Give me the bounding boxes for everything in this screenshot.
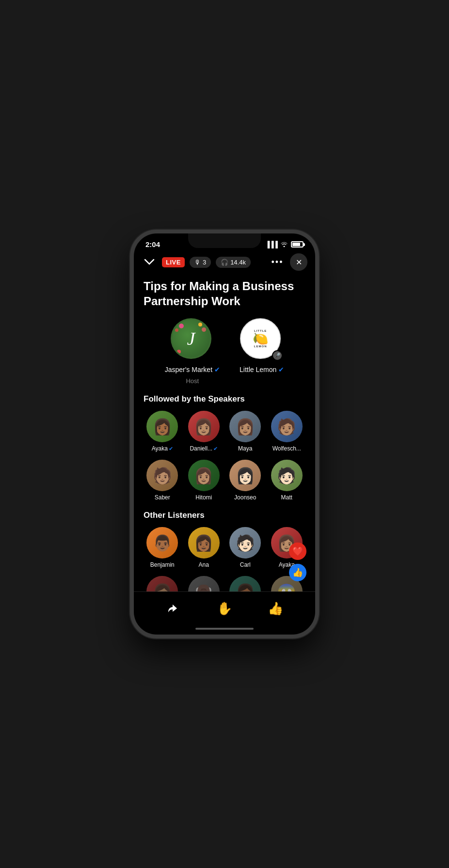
- raise-hand-button[interactable]: ✋: [214, 598, 235, 619]
- lemon-verified-icon: ✔: [278, 366, 284, 373]
- ayaka-followed-verified: ✔: [169, 446, 173, 452]
- larry-avatar: 👴🏿: [188, 576, 220, 591]
- maya-avatar: 👩🏽: [229, 411, 261, 442]
- angelica-avatar: 👩🏽: [146, 576, 178, 591]
- listeners-section-title: Other Listeners: [144, 511, 305, 520]
- joonseo-avatar: 👩🏻: [229, 460, 261, 491]
- benjamin-name: Benjamin: [150, 561, 175, 568]
- hitomi-name: Hitomi: [195, 494, 212, 501]
- followed-listeners-grid: 👩🏾 Ayaka ✔ 👩🏽 Daniell... ✔: [144, 411, 305, 501]
- listener-angelica[interactable]: 👩🏽 Angelica: [144, 576, 181, 591]
- time: 2:04: [145, 240, 160, 248]
- listener-ana[interactable]: 👩🏾 Ana: [185, 527, 223, 568]
- listener-maya[interactable]: 👩🏽 Maya: [226, 411, 264, 452]
- hitomi-avatar: 👩🏽: [188, 460, 220, 491]
- listener-ayaka-followed[interactable]: 👩🏾 Ayaka ✔: [144, 411, 181, 452]
- mic-count: 3: [203, 259, 206, 266]
- wolfesch-avatar: 🧑🏽: [271, 411, 303, 442]
- listener-matt[interactable]: 🧑🏻 Matt: [268, 460, 306, 501]
- lemon-name: Little Lemon ✔: [240, 366, 284, 373]
- share-button[interactable]: [163, 598, 184, 619]
- ayaka-followed-name: Ayaka ✔: [152, 445, 173, 452]
- mic-icon: 🎙: [194, 259, 201, 266]
- headphone-count: 14.4k: [230, 259, 246, 266]
- listener-daniell[interactable]: 👩🏽 Daniell... ✔: [185, 411, 223, 452]
- live-badge: LIVE: [162, 257, 185, 267]
- wolfesch-name: Wolfesch...: [273, 445, 301, 452]
- wifi-icon: [280, 240, 288, 248]
- lemon-avatar-wrapper: LITTLE 🍋 LEMON 🎤: [240, 318, 284, 362]
- muted-icon: 🎤: [272, 350, 283, 361]
- floating-heart: ❤️: [289, 542, 306, 560]
- benjamin-avatar: 👨🏾: [146, 527, 178, 558]
- listener-joonseo[interactable]: 👩🏻 Joonseo: [226, 460, 264, 501]
- matt-avatar: 🧑🏻: [271, 460, 303, 491]
- floating-like: 👍: [289, 564, 306, 581]
- jaspers-verified-icon: ✔: [214, 366, 220, 373]
- battery-icon: [291, 241, 304, 248]
- carl-avatar: 🧑🏻: [229, 527, 261, 558]
- listener-sheena[interactable]: 👩🏾 Sheena: [226, 576, 264, 591]
- home-indicator: [134, 623, 315, 635]
- speakers-row: J Jasper's Market ✔ Host: [144, 318, 305, 385]
- daniell-name: Daniell... ✔: [190, 445, 218, 452]
- close-button[interactable]: ✕: [290, 253, 307, 271]
- jaspers-avatar-wrapper: J: [171, 318, 214, 362]
- listener-benjamin[interactable]: 👨🏾 Benjamin: [144, 527, 181, 568]
- daniell-avatar: 👩🏽: [188, 411, 220, 442]
- ana-avatar: 👩🏾: [188, 527, 220, 558]
- status-icons: ▐▐▐: [265, 240, 304, 248]
- mic-count-badge: 🎙 3: [190, 257, 211, 268]
- like-button[interactable]: 👍: [265, 598, 286, 619]
- close-icon: ✕: [296, 258, 302, 267]
- jaspers-avatar-inner: J: [171, 318, 211, 359]
- floating-reactions: ❤️ 👍: [289, 542, 306, 581]
- phone-screen: 2:04 ▐▐▐: [134, 233, 315, 635]
- speaker-lemon[interactable]: LITTLE 🍋 LEMON 🎤 Little Lemon ✔: [240, 318, 284, 385]
- signal-icon: ▐▐▐: [265, 241, 277, 248]
- main-content: Tips for Making a Business Partnership W…: [134, 274, 315, 591]
- toolbar: LIVE 🎙 3 🎧 14.4k ••• ✕: [134, 250, 315, 274]
- saber-name: Saber: [155, 494, 170, 501]
- bottom-bar: ✋ 👍: [134, 591, 315, 623]
- maya-name: Maya: [238, 445, 252, 452]
- notch: [188, 233, 261, 248]
- headphone-count-badge: 🎧 14.4k: [216, 257, 251, 268]
- phone-frame: 2:04 ▐▐▐: [130, 230, 319, 638]
- headphone-icon: 🎧: [221, 259, 228, 266]
- like-icon: 👍: [268, 601, 283, 616]
- home-bar: [195, 628, 254, 630]
- listener-wolfesch[interactable]: 🧑🏽 Wolfesch...: [268, 411, 306, 452]
- daniell-verified: ✔: [213, 446, 218, 452]
- speaker-jaspers[interactable]: J Jasper's Market ✔ Host: [165, 318, 220, 385]
- listener-carl[interactable]: 🧑🏻 Carl: [226, 527, 264, 568]
- carl-name: Carl: [240, 561, 251, 568]
- ayaka-followed-avatar: 👩🏾: [146, 411, 178, 442]
- raise-hand-icon: ✋: [217, 601, 232, 616]
- lemon-logo: LITTLE 🍋 LEMON: [250, 326, 271, 351]
- collapse-button[interactable]: [142, 254, 157, 270]
- listener-saber[interactable]: 🧑🏽 Saber: [144, 460, 181, 501]
- sheena-avatar: 👩🏾: [229, 576, 261, 591]
- jaspers-role: Host: [186, 377, 199, 385]
- room-title: Tips for Making a Business Partnership W…: [144, 279, 305, 309]
- listener-larry[interactable]: 👴🏿 Larry: [185, 576, 223, 591]
- saber-avatar: 🧑🏽: [146, 460, 178, 491]
- followed-section-title: Followed by the Speakers: [144, 394, 305, 404]
- more-button[interactable]: •••: [270, 254, 285, 270]
- joonseo-name: Joonseo: [234, 494, 256, 501]
- jaspers-name: Jasper's Market ✔: [165, 366, 220, 373]
- matt-name: Matt: [281, 494, 292, 501]
- listener-hitomi[interactable]: 👩🏽 Hitomi: [185, 460, 223, 501]
- other-listeners-grid: 👨🏾 Benjamin 👩🏾 Ana: [144, 527, 305, 591]
- ana-name: Ana: [199, 561, 209, 568]
